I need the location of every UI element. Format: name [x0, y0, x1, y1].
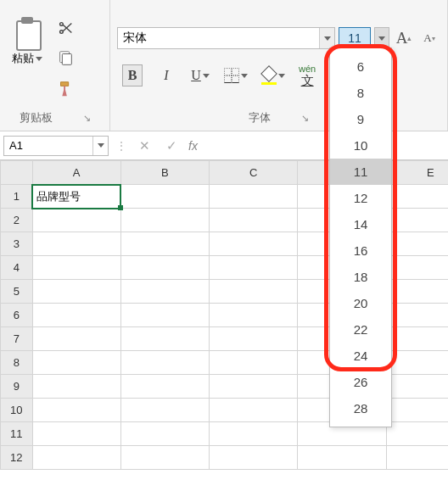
- font-size-dropdown-button[interactable]: [374, 27, 389, 49]
- cell[interactable]: [32, 232, 120, 256]
- cell[interactable]: [386, 446, 448, 470]
- cell[interactable]: [32, 422, 120, 446]
- clipboard-dialog-launcher[interactable]: ↘: [83, 113, 91, 124]
- font-name-dropdown-button[interactable]: [319, 28, 334, 48]
- cell[interactable]: [386, 280, 448, 304]
- fill-color-button[interactable]: [261, 68, 285, 83]
- cell[interactable]: [120, 327, 209, 351]
- cell[interactable]: [386, 209, 448, 232]
- cell[interactable]: [386, 327, 448, 351]
- row-header[interactable]: 6: [1, 304, 33, 327]
- cell[interactable]: [120, 304, 209, 327]
- column-header-c[interactable]: C: [210, 161, 298, 185]
- font-dialog-launcher[interactable]: ↘: [301, 113, 309, 124]
- cell[interactable]: [386, 185, 448, 209]
- row-header[interactable]: 3: [1, 232, 33, 256]
- increase-font-size-button[interactable]: A▴: [393, 27, 415, 49]
- italic-button[interactable]: I: [156, 64, 176, 86]
- cell[interactable]: [210, 351, 298, 375]
- cell[interactable]: [32, 304, 120, 327]
- name-box[interactable]: A1: [3, 136, 109, 156]
- cell[interactable]: [32, 256, 120, 280]
- font-name-combo[interactable]: 宋体: [117, 27, 335, 49]
- borders-button[interactable]: [224, 68, 248, 83]
- insert-function-button[interactable]: fx: [188, 139, 198, 153]
- row-header[interactable]: 4: [1, 256, 33, 280]
- cell[interactable]: [32, 280, 120, 304]
- row-header[interactable]: 10: [1, 399, 33, 422]
- cell[interactable]: [32, 446, 120, 470]
- cell[interactable]: [210, 256, 298, 280]
- underline-button[interactable]: U: [190, 64, 210, 86]
- cut-button[interactable]: [53, 17, 78, 39]
- cell[interactable]: [210, 446, 298, 470]
- cancel-edit-button[interactable]: ✕: [134, 138, 154, 153]
- font-size-option[interactable]: 26: [330, 369, 391, 395]
- bold-button[interactable]: B: [122, 64, 143, 86]
- cell[interactable]: [386, 256, 448, 280]
- formula-input[interactable]: [204, 136, 445, 156]
- cell[interactable]: [120, 256, 209, 280]
- paste-button[interactable]: 粘贴: [3, 12, 51, 70]
- font-size-option[interactable]: 14: [330, 211, 391, 237]
- decrease-font-size-button[interactable]: A▾: [418, 27, 440, 49]
- cell[interactable]: [32, 375, 120, 399]
- cell[interactable]: [120, 232, 209, 256]
- cell[interactable]: [120, 209, 209, 232]
- row-header[interactable]: 8: [1, 351, 33, 375]
- font-size-option[interactable]: 9: [330, 106, 391, 132]
- select-all-corner[interactable]: [1, 161, 33, 185]
- font-size-option[interactable]: 11: [330, 159, 391, 185]
- cell[interactable]: [32, 399, 120, 422]
- cell[interactable]: [120, 351, 209, 375]
- cell[interactable]: [298, 446, 386, 470]
- row-header[interactable]: 9: [1, 375, 33, 399]
- cell-selected[interactable]: 品牌型号: [32, 185, 120, 209]
- font-size-option[interactable]: 10: [330, 132, 391, 159]
- cell[interactable]: [386, 304, 448, 327]
- copy-button[interactable]: [53, 47, 78, 70]
- column-header-b[interactable]: B: [120, 161, 209, 185]
- row-header[interactable]: 11: [1, 422, 33, 446]
- font-size-option[interactable]: 8: [330, 80, 391, 106]
- font-size-option[interactable]: 18: [330, 264, 391, 290]
- cell[interactable]: [386, 422, 448, 446]
- cell[interactable]: [210, 209, 298, 232]
- cell[interactable]: [386, 375, 448, 399]
- cell[interactable]: [120, 446, 209, 470]
- cell[interactable]: [210, 422, 298, 446]
- font-size-option[interactable]: 24: [330, 343, 391, 369]
- cell[interactable]: [210, 185, 298, 209]
- font-size-option[interactable]: 16: [330, 237, 391, 264]
- cell[interactable]: [210, 399, 298, 422]
- format-painter-button[interactable]: [53, 78, 78, 100]
- font-size-option[interactable]: 12: [330, 185, 391, 211]
- row-header[interactable]: 2: [1, 209, 33, 232]
- cell[interactable]: [210, 280, 298, 304]
- font-size-option[interactable]: 20: [330, 290, 391, 316]
- column-header-e[interactable]: E: [386, 161, 448, 185]
- font-size-option[interactable]: 28: [330, 395, 391, 421]
- cell[interactable]: [32, 327, 120, 351]
- cell[interactable]: [386, 351, 448, 375]
- cell[interactable]: [120, 422, 209, 446]
- accept-edit-button[interactable]: ✓: [161, 138, 182, 153]
- cell[interactable]: [32, 209, 120, 232]
- row-header[interactable]: 1: [1, 185, 33, 209]
- phonetic-guide-button[interactable]: wén 文: [299, 64, 316, 86]
- name-box-dropdown[interactable]: [92, 137, 108, 155]
- cell[interactable]: [210, 304, 298, 327]
- cell[interactable]: [386, 399, 448, 422]
- font-size-option[interactable]: 6: [330, 53, 391, 80]
- row-header[interactable]: 7: [1, 327, 33, 351]
- cell[interactable]: [386, 232, 448, 256]
- cell[interactable]: [210, 327, 298, 351]
- font-size-input[interactable]: 11: [339, 27, 371, 49]
- font-size-option[interactable]: 22: [330, 316, 391, 343]
- row-header[interactable]: 12: [1, 446, 33, 470]
- cell[interactable]: [120, 185, 209, 209]
- cell[interactable]: [210, 232, 298, 256]
- column-header-a[interactable]: A: [32, 161, 120, 185]
- cell[interactable]: [210, 375, 298, 399]
- font-size-dropdown-list[interactable]: 6891011121416182022242628: [329, 47, 392, 427]
